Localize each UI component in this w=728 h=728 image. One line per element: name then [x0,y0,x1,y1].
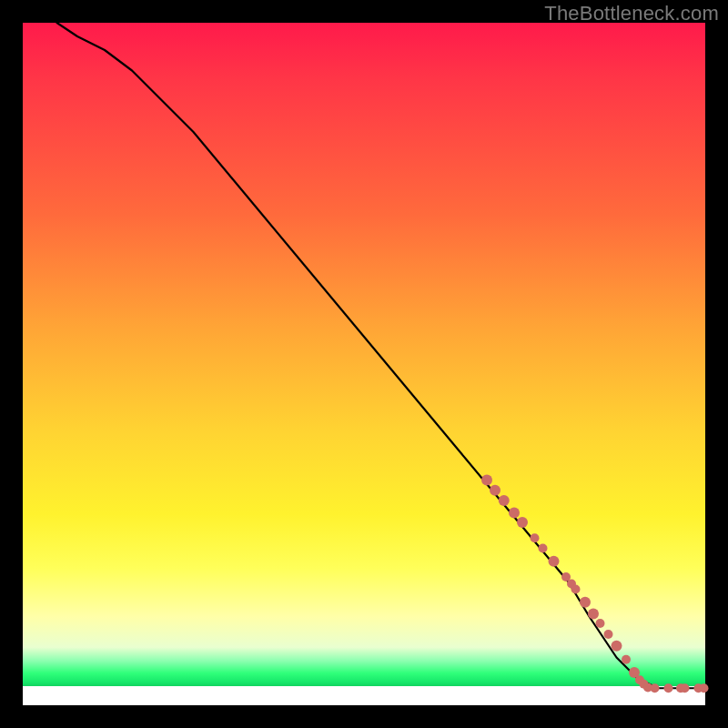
data-marker [509,508,520,519]
data-markers [481,475,709,693]
data-marker [604,630,613,639]
chart-stage: TheBottleneck.com [0,0,728,728]
data-marker [517,517,528,528]
data-marker [499,495,510,506]
bottleneck-curve [57,23,706,688]
data-marker [481,475,492,486]
plot-area [23,23,705,705]
data-marker [580,597,591,608]
data-marker [531,533,540,542]
data-marker [490,485,500,496]
data-marker [588,609,599,620]
data-marker [681,683,690,693]
data-marker [596,619,605,628]
data-marker [539,544,548,553]
data-marker [571,585,581,594]
data-marker [651,683,660,693]
data-marker [549,556,560,567]
curve-layer [23,23,705,705]
data-marker [664,683,673,693]
data-marker [622,655,631,664]
data-marker [612,641,622,652]
data-marker [700,683,709,693]
